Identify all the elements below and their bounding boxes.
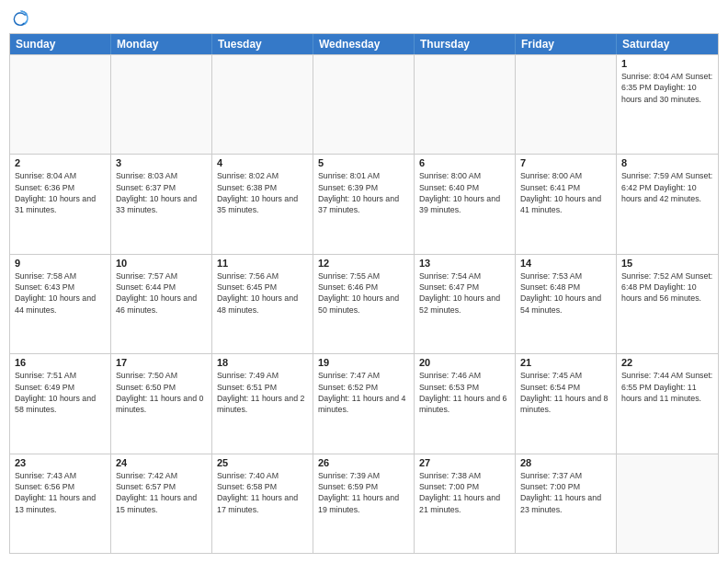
header-day-sunday: Sunday <box>10 34 111 54</box>
day-info: Sunrise: 7:38 AM Sunset: 7:00 PM Dayligh… <box>419 470 510 515</box>
day-number: 10 <box>116 258 207 269</box>
day-info: Sunrise: 8:03 AM Sunset: 6:37 PM Dayligh… <box>116 170 207 215</box>
calendar-cell: 28Sunrise: 7:37 AM Sunset: 7:00 PM Dayli… <box>516 454 617 553</box>
day-number: 17 <box>116 357 207 368</box>
day-number: 14 <box>520 258 611 269</box>
day-info: Sunrise: 7:39 AM Sunset: 6:59 PM Dayligh… <box>318 470 409 515</box>
calendar-cell: 17Sunrise: 7:50 AM Sunset: 6:50 PM Dayli… <box>111 354 212 453</box>
calendar-cell: 19Sunrise: 7:47 AM Sunset: 6:52 PM Dayli… <box>313 354 415 453</box>
calendar-cell: 21Sunrise: 7:45 AM Sunset: 6:54 PM Dayli… <box>516 354 617 453</box>
day-info: Sunrise: 7:42 AM Sunset: 6:57 PM Dayligh… <box>116 470 207 515</box>
calendar-cell: 16Sunrise: 7:51 AM Sunset: 6:49 PM Dayli… <box>10 354 111 453</box>
calendar-cell: 27Sunrise: 7:38 AM Sunset: 7:00 PM Dayli… <box>415 454 516 553</box>
day-number: 1 <box>621 58 713 69</box>
day-number: 13 <box>419 258 510 269</box>
day-number: 21 <box>520 357 611 368</box>
calendar-cell <box>313 55 415 154</box>
calendar-cell: 6Sunrise: 8:00 AM Sunset: 6:40 PM Daylig… <box>415 155 516 253</box>
day-number: 18 <box>217 357 308 368</box>
calendar-cell: 25Sunrise: 7:40 AM Sunset: 6:58 PM Dayli… <box>212 454 313 553</box>
header-day-thursday: Thursday <box>415 34 516 54</box>
day-info: Sunrise: 7:43 AM Sunset: 6:56 PM Dayligh… <box>15 470 106 515</box>
day-number: 12 <box>318 258 409 269</box>
day-number: 27 <box>419 457 510 468</box>
calendar-cell: 8Sunrise: 7:59 AM Sunset: 6:42 PM Daylig… <box>617 155 718 253</box>
calendar-cell: 23Sunrise: 7:43 AM Sunset: 6:56 PM Dayli… <box>10 454 111 553</box>
day-info: Sunrise: 7:40 AM Sunset: 6:58 PM Dayligh… <box>217 470 308 515</box>
calendar-cell: 3Sunrise: 8:03 AM Sunset: 6:37 PM Daylig… <box>111 155 212 253</box>
calendar: SundayMondayTuesdayWednesdayThursdayFrid… <box>9 33 719 554</box>
header <box>9 9 719 28</box>
calendar-cell: 1Sunrise: 8:04 AM Sunset: 6:35 PM Daylig… <box>617 55 718 154</box>
day-number: 22 <box>621 357 713 368</box>
week-row-3: 16Sunrise: 7:51 AM Sunset: 6:49 PM Dayli… <box>10 353 718 453</box>
day-info: Sunrise: 7:58 AM Sunset: 6:43 PM Dayligh… <box>15 270 106 316</box>
day-number: 9 <box>15 258 106 269</box>
calendar-cell: 22Sunrise: 7:44 AM Sunset: 6:55 PM Dayli… <box>617 354 718 453</box>
day-info: Sunrise: 8:02 AM Sunset: 6:38 PM Dayligh… <box>217 170 308 215</box>
logo <box>9 9 29 28</box>
calendar-cell <box>212 55 313 154</box>
day-info: Sunrise: 7:49 AM Sunset: 6:51 PM Dayligh… <box>217 370 308 415</box>
day-info: Sunrise: 7:37 AM Sunset: 7:00 PM Dayligh… <box>520 470 611 515</box>
week-row-4: 23Sunrise: 7:43 AM Sunset: 6:56 PM Dayli… <box>10 454 718 553</box>
calendar-cell: 9Sunrise: 7:58 AM Sunset: 6:43 PM Daylig… <box>10 255 111 353</box>
calendar-cell: 15Sunrise: 7:52 AM Sunset: 6:48 PM Dayli… <box>617 255 718 353</box>
day-info: Sunrise: 7:47 AM Sunset: 6:52 PM Dayligh… <box>318 370 409 415</box>
calendar-cell: 5Sunrise: 8:01 AM Sunset: 6:39 PM Daylig… <box>313 155 415 253</box>
day-number: 7 <box>520 157 611 168</box>
header-day-wednesday: Wednesday <box>313 34 415 54</box>
calendar-cell: 10Sunrise: 7:57 AM Sunset: 6:44 PM Dayli… <box>111 255 212 353</box>
day-info: Sunrise: 8:04 AM Sunset: 6:36 PM Dayligh… <box>15 170 106 215</box>
day-info: Sunrise: 8:04 AM Sunset: 6:35 PM Dayligh… <box>621 71 713 105</box>
day-number: 24 <box>116 457 207 468</box>
day-info: Sunrise: 7:51 AM Sunset: 6:49 PM Dayligh… <box>15 370 106 415</box>
day-number: 20 <box>419 357 510 368</box>
day-number: 15 <box>621 258 713 269</box>
calendar-cell: 7Sunrise: 8:00 AM Sunset: 6:41 PM Daylig… <box>516 155 617 253</box>
day-number: 6 <box>419 157 510 168</box>
day-info: Sunrise: 8:00 AM Sunset: 6:41 PM Dayligh… <box>520 170 611 215</box>
day-info: Sunrise: 7:59 AM Sunset: 6:42 PM Dayligh… <box>621 170 713 204</box>
header-day-tuesday: Tuesday <box>212 34 313 54</box>
day-info: Sunrise: 7:54 AM Sunset: 6:47 PM Dayligh… <box>419 270 510 316</box>
day-number: 4 <box>217 157 308 168</box>
day-info: Sunrise: 7:44 AM Sunset: 6:55 PM Dayligh… <box>621 370 713 404</box>
week-row-2: 9Sunrise: 7:58 AM Sunset: 6:43 PM Daylig… <box>10 254 718 353</box>
day-number: 11 <box>217 258 308 269</box>
day-number: 8 <box>621 157 713 168</box>
day-number: 26 <box>318 457 409 468</box>
calendar-cell: 14Sunrise: 7:53 AM Sunset: 6:48 PM Dayli… <box>516 255 617 353</box>
calendar-cell: 13Sunrise: 7:54 AM Sunset: 6:47 PM Dayli… <box>415 255 516 353</box>
calendar-cell: 12Sunrise: 7:55 AM Sunset: 6:46 PM Dayli… <box>313 255 415 353</box>
day-number: 3 <box>116 157 207 168</box>
calendar-cell: 18Sunrise: 7:49 AM Sunset: 6:51 PM Dayli… <box>212 354 313 453</box>
day-number: 25 <box>217 457 308 468</box>
day-info: Sunrise: 7:56 AM Sunset: 6:45 PM Dayligh… <box>217 270 308 316</box>
day-info: Sunrise: 7:46 AM Sunset: 6:53 PM Dayligh… <box>419 370 510 415</box>
header-day-friday: Friday <box>516 34 617 54</box>
calendar-cell: 20Sunrise: 7:46 AM Sunset: 6:53 PM Dayli… <box>415 354 516 453</box>
day-number: 19 <box>318 357 409 368</box>
calendar-cell <box>111 55 212 154</box>
calendar-cell <box>415 55 516 154</box>
day-number: 28 <box>520 457 611 468</box>
page: SundayMondayTuesdayWednesdayThursdayFrid… <box>0 0 728 563</box>
day-info: Sunrise: 7:55 AM Sunset: 6:46 PM Dayligh… <box>318 270 409 316</box>
calendar-cell: 26Sunrise: 7:39 AM Sunset: 6:59 PM Dayli… <box>313 454 415 553</box>
calendar-cell <box>617 454 718 553</box>
day-number: 23 <box>15 457 106 468</box>
calendar-cell <box>10 55 111 154</box>
calendar-header: SundayMondayTuesdayWednesdayThursdayFrid… <box>10 34 718 54</box>
week-row-0: 1Sunrise: 8:04 AM Sunset: 6:35 PM Daylig… <box>10 54 718 154</box>
header-day-saturday: Saturday <box>617 34 718 54</box>
calendar-body: 1Sunrise: 8:04 AM Sunset: 6:35 PM Daylig… <box>10 54 718 553</box>
day-number: 16 <box>15 357 106 368</box>
day-info: Sunrise: 8:01 AM Sunset: 6:39 PM Dayligh… <box>318 170 409 215</box>
day-info: Sunrise: 7:45 AM Sunset: 6:54 PM Dayligh… <box>520 370 611 415</box>
logo-icon <box>11 9 29 28</box>
day-info: Sunrise: 7:53 AM Sunset: 6:48 PM Dayligh… <box>520 270 611 316</box>
day-info: Sunrise: 7:52 AM Sunset: 6:48 PM Dayligh… <box>621 270 713 304</box>
day-info: Sunrise: 7:50 AM Sunset: 6:50 PM Dayligh… <box>116 370 207 415</box>
calendar-cell: 4Sunrise: 8:02 AM Sunset: 6:38 PM Daylig… <box>212 155 313 253</box>
